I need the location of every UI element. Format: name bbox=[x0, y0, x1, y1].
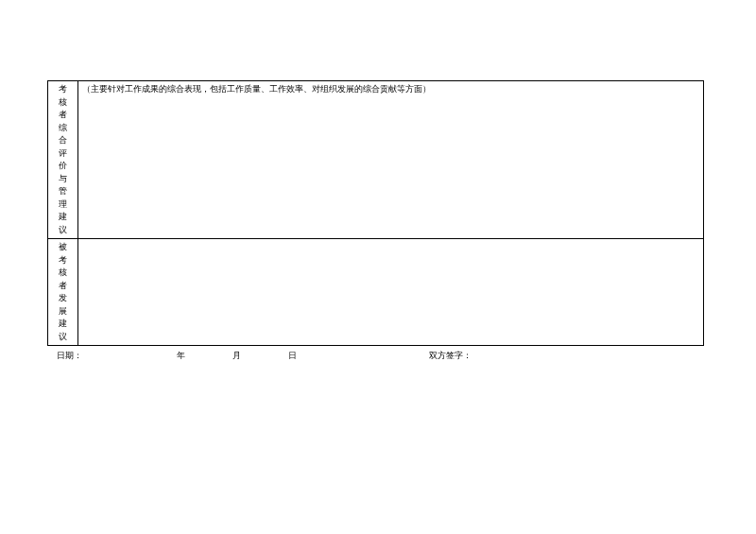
month-slot bbox=[185, 350, 232, 363]
signature-label: 双方签字： bbox=[429, 350, 472, 363]
label-char: 核 bbox=[52, 96, 74, 110]
label-char: 展 bbox=[52, 305, 74, 319]
label-char: 者 bbox=[52, 109, 74, 122]
label-char: 者 bbox=[52, 280, 74, 293]
day-label: 日 bbox=[288, 350, 297, 363]
label-char: 被 bbox=[52, 241, 74, 254]
label-char: 议 bbox=[52, 331, 74, 344]
label-char: 议 bbox=[52, 224, 74, 237]
year-label: 年 bbox=[177, 350, 185, 363]
evaluator-label-cell: 考 核 者 综 合 评 价 与 管 理 建 议 bbox=[48, 81, 78, 239]
evaluatee-content-cell bbox=[78, 239, 704, 346]
evaluator-hint: （主要针对工作成果的综合表现，包括工作质量、工作效率、对组织发展的综合贡献等方面… bbox=[82, 84, 431, 94]
label-char: 价 bbox=[52, 160, 74, 173]
evaluator-content-cell: （主要针对工作成果的综合表现，包括工作质量、工作效率、对组织发展的综合贡献等方面… bbox=[78, 81, 704, 239]
label-char: 建 bbox=[52, 211, 74, 224]
month-label: 月 bbox=[232, 350, 241, 363]
label-char: 发 bbox=[52, 292, 74, 305]
label-char: 考 bbox=[52, 83, 74, 96]
evaluation-table: 考 核 者 综 合 评 价 与 管 理 建 议 （主要针对工作成果的综合表现，包… bbox=[47, 80, 704, 346]
label-char: 与 bbox=[52, 173, 74, 186]
label-char: 合 bbox=[52, 134, 74, 147]
label-char: 核 bbox=[52, 267, 74, 280]
label-char: 评 bbox=[52, 147, 74, 161]
label-char: 管 bbox=[52, 185, 74, 198]
day-slot bbox=[241, 350, 288, 363]
date-label: 日期： bbox=[57, 350, 82, 363]
label-char: 综 bbox=[52, 122, 74, 135]
evaluatee-row: 被 考 核 者 发 展 建 议 bbox=[48, 239, 704, 346]
label-char: 考 bbox=[52, 254, 74, 267]
label-char: 建 bbox=[52, 318, 74, 331]
evaluatee-label-cell: 被 考 核 者 发 展 建 议 bbox=[48, 239, 78, 346]
footer-line: 日期： 年 月 日 双方签字： bbox=[47, 350, 704, 363]
label-char: 理 bbox=[52, 198, 74, 212]
evaluator-row: 考 核 者 综 合 评 价 与 管 理 建 议 （主要针对工作成果的综合表现，包… bbox=[48, 81, 704, 239]
year-slot bbox=[129, 350, 177, 363]
